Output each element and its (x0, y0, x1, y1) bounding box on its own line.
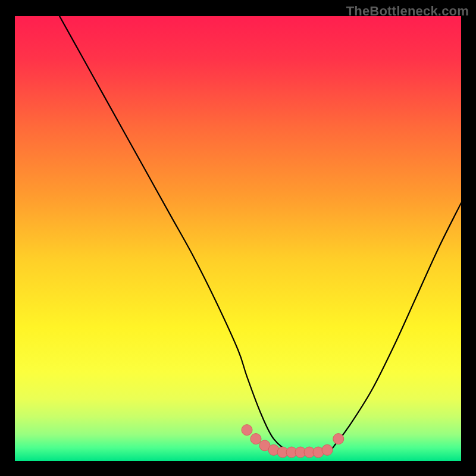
watermark-text: TheBottleneck.com (346, 4, 469, 19)
curve-marker (242, 425, 252, 436)
curve-marker (333, 434, 344, 444)
curve-markers (242, 425, 344, 458)
plot-area (15, 16, 461, 461)
curve-layer (15, 16, 461, 461)
bottleneck-curve (60, 16, 461, 453)
curve-marker (250, 434, 261, 444)
chart-frame: TheBottleneck.com (0, 0, 476, 476)
curve-marker (322, 444, 333, 455)
